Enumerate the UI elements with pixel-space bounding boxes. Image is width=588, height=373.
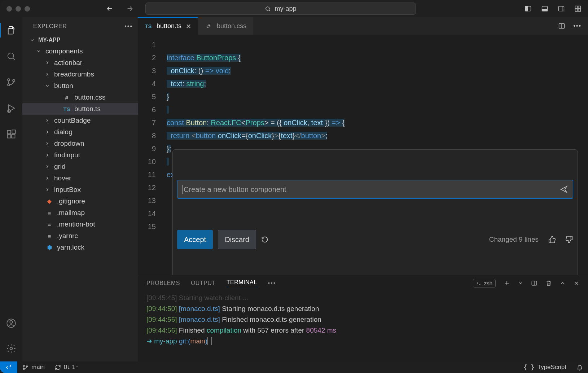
accept-button[interactable]: Accept xyxy=(177,230,213,249)
tab-button-css[interactable]: # button.css xyxy=(198,17,253,35)
thumbs-down-icon[interactable] xyxy=(565,236,573,243)
maximize-panel-icon[interactable] xyxy=(560,280,566,286)
css-icon: # xyxy=(63,95,71,101)
close-panel-icon[interactable] xyxy=(574,280,579,286)
regenerate-icon[interactable] xyxy=(261,236,268,243)
tab-button-ts[interactable]: TS button.ts ✕ xyxy=(138,17,198,35)
discard-button[interactable]: Discard xyxy=(218,230,256,249)
language-mode-status[interactable]: { }TypeScript xyxy=(518,364,571,371)
code-editor[interactable]: 123456789101112131415 interface ButtonPr… xyxy=(138,35,588,275)
git-icon: ◆ xyxy=(45,198,53,205)
terminal-shell-picker[interactable]: zsh xyxy=(473,279,496,288)
project-name: MY-APP xyxy=(38,37,60,43)
svg-point-26 xyxy=(23,368,25,369)
folder-item[interactable]: dropdown xyxy=(22,138,138,149)
toggle-panel-icon[interactable] xyxy=(541,5,548,12)
folder-item[interactable]: countBadge xyxy=(22,115,138,126)
terminal-dropdown-icon[interactable] xyxy=(518,281,523,286)
svg-rect-8 xyxy=(575,9,578,12)
chevron-right-icon xyxy=(44,153,51,158)
file-tree: componentsactionbarbreadcrumbsbutton#but… xyxy=(22,45,138,253)
file-item[interactable]: TSbutton.ts xyxy=(22,103,138,115)
svg-rect-17 xyxy=(7,135,10,138)
svg-point-22 xyxy=(10,347,12,350)
editor-tabs: TS button.ts ✕ # button.css ••• xyxy=(138,17,588,35)
command-center-search[interactable]: my-app xyxy=(145,3,416,15)
inline-chat-placeholder: Create a new button component xyxy=(184,183,286,196)
accounts-icon[interactable] xyxy=(6,316,16,330)
split-editor-icon[interactable] xyxy=(558,22,565,30)
svg-point-21 xyxy=(10,321,12,323)
file-item[interactable]: ◆.gitignore xyxy=(22,196,138,207)
panel-tab-output[interactable]: OUTPUT xyxy=(191,280,216,286)
extensions-activity-icon[interactable] xyxy=(0,127,22,141)
terminal-output[interactable]: [09:45:45] Starting watch-client ... [09… xyxy=(138,291,588,361)
code-body[interactable]: interface ButtonProps { onClick: () => v… xyxy=(167,35,588,275)
search-activity-icon[interactable] xyxy=(0,49,22,63)
nav-forward-icon[interactable] xyxy=(126,5,134,13)
folder-item[interactable]: button xyxy=(22,80,138,92)
nav-back-icon[interactable] xyxy=(106,5,114,13)
chevron-right-icon xyxy=(44,176,51,181)
search-icon xyxy=(265,6,271,12)
file-item[interactable]: ≡.mention-bot xyxy=(22,219,138,230)
thumbs-up-icon[interactable] xyxy=(548,236,556,243)
file-item[interactable]: ≡.yarnrc xyxy=(22,230,138,242)
activity-bar xyxy=(0,17,22,361)
search-text: my-app xyxy=(275,5,296,13)
chevron-right-icon xyxy=(44,72,51,77)
window-controls xyxy=(6,6,30,12)
notifications-icon[interactable] xyxy=(571,364,588,370)
source-control-activity-icon[interactable] xyxy=(0,75,22,89)
close-window-icon[interactable] xyxy=(6,6,12,12)
folder-item[interactable]: dialog xyxy=(22,126,138,138)
svg-point-25 xyxy=(23,365,25,367)
explorer-activity-icon[interactable] xyxy=(0,23,22,38)
new-terminal-icon[interactable] xyxy=(504,280,510,286)
editor-more-icon[interactable]: ••• xyxy=(573,23,582,29)
panel-tab-terminal[interactable]: TERMINAL xyxy=(227,279,257,287)
tab-label: button.css xyxy=(217,22,246,30)
folder-item[interactable]: hover xyxy=(22,172,138,184)
explorer-more-icon[interactable]: ••• xyxy=(124,23,133,30)
folder-item[interactable]: breadcrumbs xyxy=(22,69,138,80)
kill-terminal-icon[interactable] xyxy=(545,280,552,286)
svg-rect-7 xyxy=(578,6,581,9)
minimize-window-icon[interactable] xyxy=(16,6,21,12)
close-tab-icon[interactable]: ✕ xyxy=(186,22,191,30)
txt-icon: ≡ xyxy=(45,221,53,228)
inline-chat-input[interactable]: Create a new button component xyxy=(177,180,573,199)
svg-point-0 xyxy=(266,6,269,10)
settings-gear-icon[interactable] xyxy=(6,341,16,356)
folder-item[interactable]: actionbar xyxy=(22,57,138,69)
file-item[interactable]: ⬢yarn.lock xyxy=(22,242,138,253)
chevron-down-icon xyxy=(35,49,42,54)
zoom-window-icon[interactable] xyxy=(25,6,30,12)
toggle-primary-sidebar-icon[interactable] xyxy=(525,5,532,12)
remote-indicator[interactable] xyxy=(0,361,17,373)
toggle-secondary-sidebar-icon[interactable] xyxy=(558,5,565,12)
chevron-right-icon xyxy=(44,187,51,192)
folder-item[interactable]: findinput xyxy=(22,149,138,161)
run-debug-activity-icon[interactable] xyxy=(0,101,22,115)
folder-item[interactable]: inputBox xyxy=(22,184,138,196)
explorer-sidebar: EXPLORER ••• MY-APP componentsactionbarb… xyxy=(22,17,138,361)
svg-rect-10 xyxy=(8,28,13,34)
folder-item[interactable]: grid xyxy=(22,161,138,172)
git-branch-status[interactable]: main xyxy=(17,364,50,371)
folder-item[interactable]: components xyxy=(22,45,138,57)
svg-point-11 xyxy=(8,53,13,59)
send-icon[interactable] xyxy=(560,185,568,193)
file-item[interactable]: #button.css xyxy=(22,92,138,103)
status-bar: main 0↓ 1↑ { }TypeScript xyxy=(0,361,588,373)
split-terminal-icon[interactable] xyxy=(531,280,537,286)
panel-more-icon[interactable]: ••• xyxy=(268,280,276,286)
panel-tab-problems[interactable]: PROBLEMS xyxy=(146,280,180,286)
txt-icon: ≡ xyxy=(45,233,53,239)
svg-point-27 xyxy=(26,365,28,367)
git-sync-status[interactable]: 0↓ 1↑ xyxy=(50,364,84,371)
customize-layout-icon[interactable] xyxy=(574,5,582,12)
file-item[interactable]: ≡.mailmap xyxy=(22,207,138,219)
title-bar: my-app xyxy=(0,0,588,17)
project-root[interactable]: MY-APP xyxy=(22,35,138,45)
